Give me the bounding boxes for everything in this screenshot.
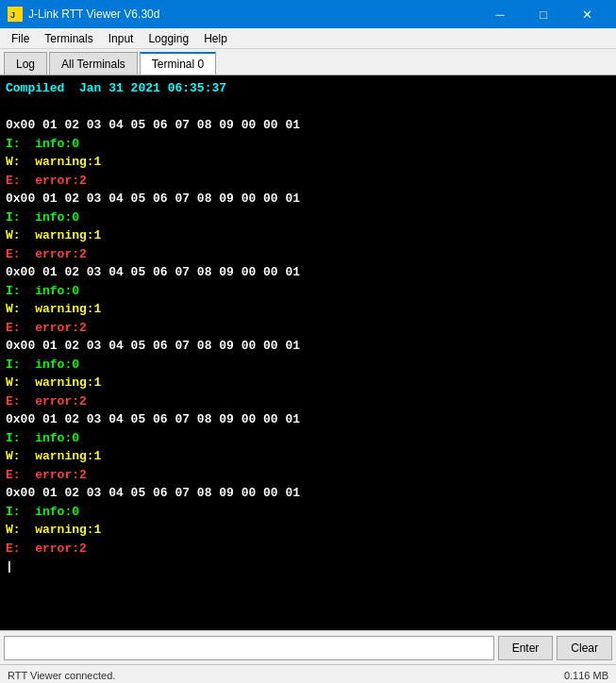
terminal-line: I: info:0 bbox=[6, 503, 610, 522]
terminal-line: I: info:0 bbox=[6, 208, 610, 227]
menu-bar: File Terminals Input Logging Help bbox=[0, 28, 616, 49]
terminal-line: E: error:2 bbox=[6, 466, 610, 485]
status-bar: RTT Viewer connected. 0.116 MB bbox=[0, 664, 616, 683]
minimize-button[interactable]: ─ bbox=[478, 0, 522, 28]
status-right: 0.116 MB bbox=[564, 670, 608, 681]
clear-button[interactable]: Clear bbox=[557, 636, 612, 660]
terminal-line: 0x00 01 02 03 04 05 06 07 08 09 00 00 01 bbox=[6, 410, 610, 429]
terminal-input[interactable] bbox=[4, 636, 494, 660]
svg-text:J: J bbox=[10, 10, 15, 20]
tab-terminal-0[interactable]: Terminal 0 bbox=[140, 52, 216, 75]
tab-bar: Log All Terminals Terminal 0 bbox=[0, 49, 616, 75]
terminal-line: | bbox=[6, 558, 610, 576]
terminal-line: W: warning:1 bbox=[6, 226, 610, 245]
tab-all-terminals[interactable]: All Terminals bbox=[49, 52, 138, 75]
terminal-line: E: error:2 bbox=[6, 245, 610, 264]
menu-terminals[interactable]: Terminals bbox=[37, 30, 100, 47]
terminal-output: Compiled Jan 31 2021 06:35:37 0x00 01 02… bbox=[0, 75, 616, 630]
terminal-line: 0x00 01 02 03 04 05 06 07 08 09 00 00 01 bbox=[6, 116, 610, 135]
menu-file[interactable]: File bbox=[4, 30, 37, 47]
menu-help[interactable]: Help bbox=[196, 30, 235, 47]
menu-logging[interactable]: Logging bbox=[141, 30, 196, 47]
terminal-line: Compiled Jan 31 2021 06:35:37 bbox=[6, 79, 610, 98]
menu-input[interactable]: Input bbox=[101, 30, 142, 47]
terminal-line: W: warning:1 bbox=[6, 521, 610, 540]
terminal-line: W: warning:1 bbox=[6, 300, 610, 319]
terminal-line: I: info:0 bbox=[6, 429, 610, 448]
terminal-line: I: info:0 bbox=[6, 356, 610, 375]
terminal-line bbox=[6, 98, 610, 117]
terminal-line: 0x00 01 02 03 04 05 06 07 08 09 00 00 01 bbox=[6, 484, 610, 503]
terminal-line: I: info:0 bbox=[6, 135, 610, 154]
terminal-line: W: warning:1 bbox=[6, 374, 610, 392]
maximize-button[interactable]: □ bbox=[522, 0, 565, 28]
tab-log[interactable]: Log bbox=[4, 52, 47, 75]
window-title: J-Link RTT Viewer V6.30d bbox=[28, 8, 159, 21]
terminal-line: 0x00 01 02 03 04 05 06 07 08 09 00 00 01 bbox=[6, 263, 610, 282]
terminal-line: W: warning:1 bbox=[6, 153, 610, 172]
app-icon: J bbox=[8, 7, 23, 22]
input-bar: Enter Clear bbox=[0, 630, 616, 664]
terminal-line: W: warning:1 bbox=[6, 447, 610, 466]
title-bar: J J-Link RTT Viewer V6.30d ─ □ ✕ bbox=[0, 0, 616, 28]
title-bar-left: J J-Link RTT Viewer V6.30d bbox=[8, 7, 159, 22]
status-left: RTT Viewer connected. bbox=[8, 670, 115, 681]
terminal-line: E: error:2 bbox=[6, 172, 610, 191]
title-bar-controls: ─ □ ✕ bbox=[478, 0, 608, 28]
terminal-line: E: error:2 bbox=[6, 392, 610, 411]
terminal-line: I: info:0 bbox=[6, 282, 610, 301]
terminal-line: E: error:2 bbox=[6, 319, 610, 338]
terminal-line: 0x00 01 02 03 04 05 06 07 08 09 00 00 01 bbox=[6, 190, 610, 208]
enter-button[interactable]: Enter bbox=[498, 636, 554, 660]
terminal-line: 0x00 01 02 03 04 05 06 07 08 09 00 00 01 bbox=[6, 337, 610, 356]
terminal-line: E: error:2 bbox=[6, 540, 610, 558]
close-button[interactable]: ✕ bbox=[565, 0, 608, 28]
